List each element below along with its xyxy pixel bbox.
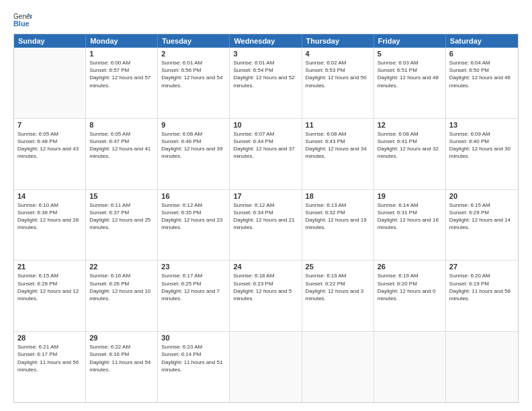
- sun-info: Sunrise: 6:09 AMSunset: 6:40 PMDaylight:…: [449, 130, 515, 161]
- sun-info: Sunrise: 6:16 AMSunset: 6:26 PMDaylight:…: [89, 272, 154, 302]
- sun-info: Sunrise: 6:08 AMSunset: 6:43 PMDaylight:…: [306, 130, 370, 161]
- day-number: 20: [449, 192, 515, 200]
- empty-cell: [302, 332, 374, 402]
- day-number: 21: [17, 263, 82, 271]
- sun-info: Sunrise: 6:18 AMSunset: 6:23 PMDaylight:…: [233, 272, 298, 302]
- day-number: 10: [233, 121, 298, 129]
- weekday-header: Friday: [374, 34, 446, 48]
- day-number: 4: [306, 50, 370, 58]
- sun-info: Sunrise: 6:14 AMSunset: 6:31 PMDaylight:…: [378, 201, 442, 232]
- calendar-week-row: 7Sunrise: 6:05 AMSunset: 6:48 PMDaylight…: [14, 119, 518, 190]
- calendar-week-row: 14Sunrise: 6:10 AMSunset: 6:38 PMDayligh…: [14, 190, 518, 261]
- day-number: 30: [161, 334, 226, 342]
- sun-info: Sunrise: 6:23 AMSunset: 6:14 PMDaylight:…: [161, 343, 226, 373]
- sun-info: Sunrise: 6:15 AMSunset: 6:29 PMDaylight:…: [449, 201, 515, 232]
- weekday-header: Sunday: [14, 34, 86, 48]
- day-number: 2: [161, 50, 226, 58]
- calendar-day-cell: 22Sunrise: 6:16 AMSunset: 6:26 PMDayligh…: [86, 261, 158, 331]
- calendar-day-cell: 5Sunrise: 6:03 AMSunset: 6:51 PMDaylight…: [374, 48, 446, 118]
- calendar-day-cell: 8Sunrise: 6:05 AMSunset: 6:47 PMDaylight…: [86, 119, 158, 189]
- calendar-day-cell: 9Sunrise: 6:06 AMSunset: 6:46 PMDaylight…: [158, 119, 230, 189]
- logo: General Blue: [13, 11, 32, 30]
- day-number: 27: [449, 263, 515, 271]
- logo-icon: General Blue: [13, 11, 32, 30]
- calendar-day-cell: 21Sunrise: 6:15 AMSunset: 6:28 PMDayligh…: [14, 261, 86, 331]
- day-number: 25: [306, 263, 370, 271]
- weekday-header: Saturday: [446, 34, 518, 48]
- day-number: 9: [161, 121, 226, 129]
- calendar: SundayMondayTuesdayWednesdayThursdayFrid…: [13, 34, 519, 403]
- svg-text:Blue: Blue: [13, 19, 30, 28]
- sun-info: Sunrise: 6:10 AMSunset: 6:38 PMDaylight:…: [17, 201, 82, 232]
- day-number: 1: [89, 50, 154, 58]
- sun-info: Sunrise: 6:12 AMSunset: 6:35 PMDaylight:…: [161, 201, 226, 232]
- page-header: General Blue: [13, 11, 519, 30]
- sun-info: Sunrise: 6:22 AMSunset: 6:16 PMDaylight:…: [89, 343, 154, 373]
- calendar-day-cell: 24Sunrise: 6:18 AMSunset: 6:23 PMDayligh…: [230, 261, 302, 331]
- calendar-day-cell: 10Sunrise: 6:07 AMSunset: 6:44 PMDayligh…: [230, 119, 302, 189]
- calendar-day-cell: 30Sunrise: 6:23 AMSunset: 6:14 PMDayligh…: [158, 332, 230, 402]
- calendar-week-row: 1Sunrise: 6:00 AMSunset: 6:57 PMDaylight…: [14, 48, 518, 119]
- empty-cell: [446, 332, 518, 402]
- calendar-day-cell: 27Sunrise: 6:20 AMSunset: 6:19 PMDayligh…: [446, 261, 518, 331]
- calendar-day-cell: 28Sunrise: 6:21 AMSunset: 6:17 PMDayligh…: [14, 332, 86, 402]
- day-number: 14: [17, 192, 82, 200]
- day-number: 11: [306, 121, 370, 129]
- sun-info: Sunrise: 6:19 AMSunset: 6:22 PMDaylight:…: [306, 272, 370, 302]
- day-number: 16: [161, 192, 226, 200]
- empty-cell: [14, 48, 86, 118]
- day-number: 24: [233, 263, 298, 271]
- sun-info: Sunrise: 6:19 AMSunset: 6:20 PMDaylight:…: [378, 272, 442, 302]
- empty-cell: [230, 332, 302, 402]
- calendar-week-row: 21Sunrise: 6:15 AMSunset: 6:28 PMDayligh…: [14, 261, 518, 332]
- day-number: 18: [306, 192, 370, 200]
- sun-info: Sunrise: 6:02 AMSunset: 6:53 PMDaylight:…: [306, 59, 370, 89]
- day-number: 22: [89, 263, 154, 271]
- calendar-day-cell: 17Sunrise: 6:12 AMSunset: 6:34 PMDayligh…: [230, 190, 302, 261]
- calendar-day-cell: 18Sunrise: 6:13 AMSunset: 6:32 PMDayligh…: [302, 190, 374, 261]
- calendar-day-cell: 14Sunrise: 6:10 AMSunset: 6:38 PMDayligh…: [14, 190, 86, 261]
- day-number: 29: [89, 334, 154, 342]
- weekday-header: Monday: [86, 34, 158, 48]
- calendar-day-cell: 2Sunrise: 6:01 AMSunset: 6:56 PMDaylight…: [158, 48, 230, 118]
- calendar-day-cell: 13Sunrise: 6:09 AMSunset: 6:40 PMDayligh…: [446, 119, 518, 189]
- calendar-day-cell: 11Sunrise: 6:08 AMSunset: 6:43 PMDayligh…: [302, 119, 374, 189]
- sun-info: Sunrise: 6:15 AMSunset: 6:28 PMDaylight:…: [17, 272, 82, 302]
- calendar-day-cell: 6Sunrise: 6:04 AMSunset: 6:50 PMDaylight…: [446, 48, 518, 118]
- sun-info: Sunrise: 6:01 AMSunset: 6:56 PMDaylight:…: [161, 59, 226, 89]
- day-number: 5: [378, 50, 442, 58]
- calendar-week-row: 28Sunrise: 6:21 AMSunset: 6:17 PMDayligh…: [14, 332, 518, 402]
- sun-info: Sunrise: 6:04 AMSunset: 6:50 PMDaylight:…: [449, 59, 515, 89]
- calendar-day-cell: 20Sunrise: 6:15 AMSunset: 6:29 PMDayligh…: [446, 190, 518, 261]
- sun-info: Sunrise: 6:05 AMSunset: 6:47 PMDaylight:…: [89, 130, 154, 161]
- sun-info: Sunrise: 6:13 AMSunset: 6:32 PMDaylight:…: [306, 201, 370, 232]
- day-number: 3: [233, 50, 298, 58]
- day-number: 6: [449, 50, 515, 58]
- calendar-day-cell: 4Sunrise: 6:02 AMSunset: 6:53 PMDaylight…: [302, 48, 374, 118]
- sun-info: Sunrise: 6:11 AMSunset: 6:37 PMDaylight:…: [89, 201, 154, 232]
- calendar-day-cell: 12Sunrise: 6:08 AMSunset: 6:41 PMDayligh…: [374, 119, 446, 189]
- calendar-header: SundayMondayTuesdayWednesdayThursdayFrid…: [14, 34, 518, 48]
- sun-info: Sunrise: 6:12 AMSunset: 6:34 PMDaylight:…: [233, 201, 298, 232]
- empty-cell: [374, 332, 446, 402]
- calendar-day-cell: 1Sunrise: 6:00 AMSunset: 6:57 PMDaylight…: [86, 48, 158, 118]
- calendar-body: 1Sunrise: 6:00 AMSunset: 6:57 PMDaylight…: [14, 48, 518, 402]
- calendar-day-cell: 15Sunrise: 6:11 AMSunset: 6:37 PMDayligh…: [86, 190, 158, 261]
- weekday-header: Tuesday: [158, 34, 230, 48]
- calendar-day-cell: 3Sunrise: 6:01 AMSunset: 6:54 PMDaylight…: [230, 48, 302, 118]
- sun-info: Sunrise: 6:21 AMSunset: 6:17 PMDaylight:…: [17, 343, 82, 373]
- sun-info: Sunrise: 6:05 AMSunset: 6:48 PMDaylight:…: [17, 130, 82, 161]
- day-number: 13: [449, 121, 515, 129]
- weekday-header: Thursday: [302, 34, 374, 48]
- day-number: 23: [161, 263, 226, 271]
- day-number: 28: [17, 334, 82, 342]
- calendar-day-cell: 7Sunrise: 6:05 AMSunset: 6:48 PMDaylight…: [14, 119, 86, 189]
- day-number: 17: [233, 192, 298, 200]
- weekday-header: Wednesday: [230, 34, 302, 48]
- sun-info: Sunrise: 6:17 AMSunset: 6:25 PMDaylight:…: [161, 272, 226, 302]
- day-number: 26: [378, 263, 442, 271]
- day-number: 7: [17, 121, 82, 129]
- sun-info: Sunrise: 6:08 AMSunset: 6:41 PMDaylight:…: [378, 130, 442, 161]
- calendar-day-cell: 23Sunrise: 6:17 AMSunset: 6:25 PMDayligh…: [158, 261, 230, 331]
- calendar-day-cell: 16Sunrise: 6:12 AMSunset: 6:35 PMDayligh…: [158, 190, 230, 261]
